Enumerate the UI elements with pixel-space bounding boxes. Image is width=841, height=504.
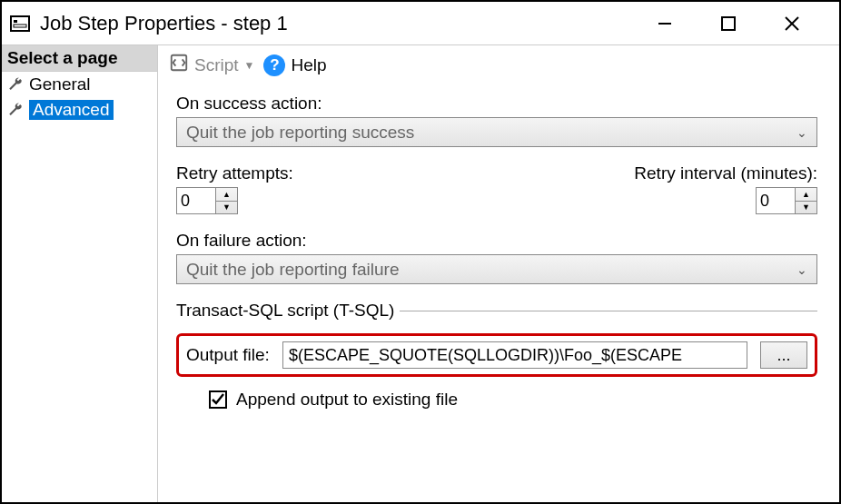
chevron-down-icon: ⌄ [796,125,807,140]
on-success-value: Quit the job reporting success [186,123,414,143]
title-bar: Job Step Properties - step 1 [2,2,839,45]
wrench-icon [7,76,24,93]
spinner-up-icon[interactable]: ▲ [216,188,237,202]
output-file-input[interactable] [282,341,747,369]
spinner-down-icon[interactable]: ▼ [796,202,816,214]
append-checkbox-row[interactable]: Append output to existing file [176,390,817,410]
sidebar-item-advanced[interactable]: Advanced [2,97,157,123]
minimize-button[interactable] [647,5,683,42]
on-failure-dropdown[interactable]: Quit the job reporting failure ⌄ [176,254,817,284]
browse-label: ... [777,346,790,365]
retry-attempts-group: Retry attempts: ▲ ▼ [176,163,293,214]
help-button[interactable]: ? Help [263,54,326,76]
script-icon [169,53,189,77]
script-button[interactable]: Script ▼ [169,53,254,77]
window-controls [647,5,832,42]
divider [400,311,817,311]
retry-attempts-label: Retry attempts: [176,163,293,183]
retry-interval-label: Retry interval (minutes): [634,163,817,183]
app-icon [9,13,31,35]
on-success-label: On success action: [176,94,817,114]
svg-rect-1 [14,20,17,23]
form-area: On success action: Quit the job reportin… [158,84,839,410]
help-label: Help [291,55,326,75]
sidebar-item-label: General [29,74,91,94]
tsql-label-text: Transact-SQL script (T-SQL) [176,301,394,321]
svg-rect-2 [14,25,26,27]
on-failure-value: Quit the job reporting failure [186,260,399,280]
output-file-row: Output file: ... [176,333,817,377]
retry-interval-input[interactable] [757,188,795,213]
retry-interval-group: Retry interval (minutes): ▲ ▼ [634,163,817,214]
retry-interval-spinner[interactable]: ▲ ▼ [756,187,817,214]
append-label: Append output to existing file [236,390,458,410]
script-label: Script [194,55,239,75]
spinner-up-icon[interactable]: ▲ [796,188,816,202]
help-icon: ? [263,54,285,76]
spinner-down-icon[interactable]: ▼ [216,202,237,214]
check-icon [211,392,225,407]
output-file-label: Output file: [186,345,270,365]
append-checkbox[interactable] [209,390,227,409]
tsql-group-label: Transact-SQL script (T-SQL) [176,301,817,321]
svg-rect-0 [11,16,29,31]
sidebar: Select a page General Advanced [2,45,158,502]
chevron-down-icon: ▼ [244,59,255,72]
sidebar-item-general[interactable]: General [2,72,157,97]
toolbar: Script ▼ ? Help [158,45,839,84]
retry-attempts-input[interactable] [177,188,215,213]
on-success-dropdown[interactable]: Quit the job reporting success ⌄ [176,117,817,147]
content-panel: Script ▼ ? Help On success action: Quit … [158,45,839,502]
maximize-button[interactable] [710,5,747,42]
browse-button[interactable]: ... [760,341,807,369]
main-area: Select a page General Advanced Script ▼ [2,45,839,502]
retry-row: Retry attempts: ▲ ▼ Retry interval (minu… [176,163,817,214]
on-failure-label: On failure action: [176,231,817,251]
retry-attempts-spinner[interactable]: ▲ ▼ [176,187,238,214]
window-title: Job Step Properties - step 1 [40,12,647,35]
svg-rect-4 [722,17,735,30]
chevron-down-icon: ⌄ [796,262,807,277]
sidebar-item-label: Advanced [29,100,114,120]
close-button[interactable] [774,5,810,42]
sidebar-header: Select a page [2,45,157,72]
wrench-icon [7,102,24,118]
